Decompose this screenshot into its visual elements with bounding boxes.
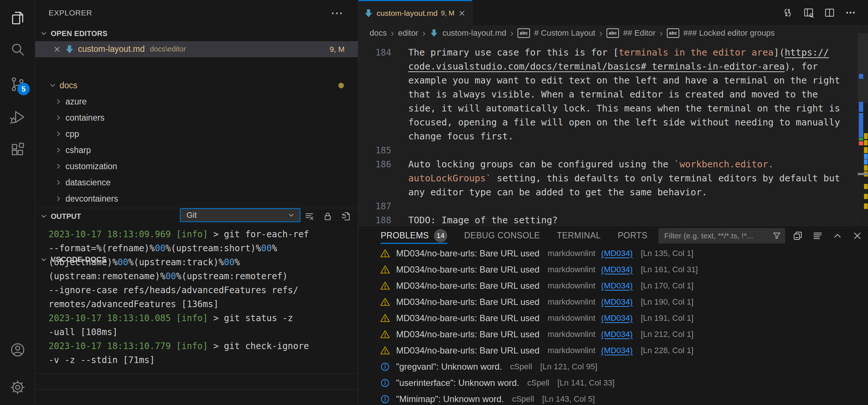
breadcrumb-item[interactable]: editor (398, 28, 418, 38)
problem-location: [Ln 191, Col 1] (641, 313, 693, 323)
tree-item-csharp[interactable]: csharp (35, 142, 358, 158)
run-debug-activity-button[interactable] (0, 104, 35, 130)
extensions-icon (10, 141, 26, 157)
breadcrumb: docs›editor› custom-layout.md› abc # Cus… (359, 25, 868, 41)
open-preview-icon[interactable] (803, 7, 814, 18)
output-log[interactable]: 2023-10-17 18:13:09.969 [info] > git for… (35, 224, 358, 374)
overview-ruler-mark (864, 133, 868, 139)
problem-message: "userinterface": Unknown word. (396, 378, 519, 388)
filter-icon[interactable] (772, 231, 782, 241)
tree-item-devcontainers[interactable]: devcontainers (35, 191, 358, 207)
breadcrumb-item[interactable]: docs (370, 28, 387, 38)
chevron-right-icon (54, 130, 63, 138)
overview-ruler-mark (859, 113, 863, 138)
overview-ruler-mark (859, 102, 863, 112)
scrollbar-slider[interactable] (858, 33, 868, 103)
problem-row[interactable]: MD034/no-bare-urls: Bare URL usedmarkdow… (359, 262, 868, 278)
panel-tab-ports[interactable]: PORTS (618, 226, 647, 245)
overview-ruler-mark (864, 194, 868, 199)
text-segment: https:// (785, 47, 829, 58)
open-editors-header[interactable]: OPEN EDITORS (35, 26, 358, 41)
problem-source: markdownlint (548, 313, 595, 323)
overview-ruler-mark (864, 154, 868, 159)
problem-row[interactable]: MD034/no-bare-urls: Bare URL usedmarkdow… (359, 278, 868, 294)
output-line: --ignore-case refs/heads/advancedFeature… (49, 283, 355, 297)
problem-code-link[interactable]: (MD034) (601, 313, 633, 323)
panel-tab-problems[interactable]: PROBLEMS 14 (381, 226, 447, 245)
tree-item-customization[interactable]: customization (35, 158, 358, 174)
problem-code-link[interactable]: (MD034) (601, 330, 633, 339)
code-text: change focus first. (408, 129, 513, 143)
text-segment: % (272, 243, 277, 253)
close-icon[interactable] (458, 9, 466, 17)
open-editor-item[interactable]: custom-layout.md docs\editor 9, M (35, 41, 358, 57)
problem-row[interactable]: MD034/no-bare-urls: Bare URL usedmarkdow… (359, 310, 868, 326)
problem-row[interactable]: MD034/no-bare-urls: Bare URL usedmarkdow… (359, 245, 868, 262)
panel-actions (792, 226, 863, 245)
tree-item-docs[interactable]: docs (35, 77, 358, 93)
code-line: 186Auto locking groups can be configured… (359, 157, 858, 171)
split-editor-icon[interactable] (824, 7, 835, 18)
breadcrumb-item[interactable]: custom-layout.md (442, 28, 506, 38)
problem-source: markdownlint (548, 249, 595, 258)
line-number: 188 (359, 213, 391, 225)
sidebar-title-row: EXPLORER ⋯ (35, 0, 358, 26)
close-icon[interactable] (53, 45, 61, 53)
problem-row[interactable]: MD034/no-bare-urls: Bare URL usedmarkdow… (359, 326, 868, 342)
breadcrumb-item[interactable]: ### Locked editor groups (683, 28, 775, 38)
search-activity-button[interactable] (0, 36, 35, 63)
lock-icon[interactable] (323, 211, 333, 221)
tree-item-cpp[interactable]: cpp (35, 126, 358, 142)
open-changes-icon[interactable] (782, 7, 793, 18)
clear-output-icon[interactable] (304, 211, 314, 221)
problem-code-link[interactable]: (MD034) (601, 281, 633, 291)
collapse-all-icon[interactable] (812, 230, 823, 241)
text-segment: -uall [108ms] (49, 327, 118, 337)
breadcrumb-item[interactable]: # Custom Layout (534, 28, 595, 38)
view-as-table-icon[interactable] (792, 230, 803, 241)
editor-content[interactable]: 184The primary use case for this is for … (359, 41, 858, 225)
extensions-activity-button[interactable] (0, 136, 35, 163)
text-segment: 00 (118, 257, 128, 267)
breadcrumb-item[interactable]: ## Editor (623, 28, 655, 38)
account-button[interactable] (0, 337, 35, 363)
problem-code-link[interactable]: (MD034) (601, 265, 633, 274)
output-channel-select[interactable]: Git (180, 208, 300, 222)
problem-code-link[interactable]: (MD034) (601, 297, 633, 307)
filter-input[interactable] (664, 231, 772, 241)
problem-row[interactable]: "Mimimap": Unknown word.cSpell [Ln 143, … (359, 391, 868, 405)
problem-code-link[interactable]: (MD034) (601, 346, 633, 355)
problem-row[interactable]: "userinterface": Unknown word.cSpell [Ln… (359, 375, 868, 391)
problem-code-link[interactable]: (MD034) (601, 249, 633, 258)
text-segment: (objectname)% (49, 257, 118, 267)
tab-custom-layout[interactable]: custom-layout.md 9, M (359, 0, 472, 25)
problem-message: MD034/no-bare-urls: Bare URL used (396, 248, 540, 259)
explorer-activity-button[interactable] (0, 5, 35, 31)
tree-item-datascience[interactable]: datascience (35, 174, 358, 191)
chevron-right-icon (54, 162, 63, 170)
chevron-down-icon[interactable] (40, 212, 48, 220)
panel-tab-terminal[interactable]: TERMINAL (557, 226, 601, 245)
tree-item-containers[interactable]: containers (35, 110, 358, 126)
tree-item-azure[interactable]: azure (35, 93, 358, 110)
editor-actions (782, 0, 868, 25)
close-panel-icon[interactable] (852, 230, 863, 241)
more-actions-icon[interactable] (845, 7, 856, 18)
problem-source: cSpell (527, 378, 549, 388)
timeline-section-header[interactable]: TIMELINE (35, 389, 358, 405)
problem-row[interactable]: MD034/no-bare-urls: Bare URL usedmarkdow… (359, 342, 868, 359)
problem-row[interactable]: "gregvanl": Unknown word.cSpell [Ln 121,… (359, 359, 868, 375)
maximize-panel-icon[interactable] (832, 230, 843, 241)
output-line: (upstream:remotename)%00%(upstream:remot… (49, 269, 355, 283)
open-log-file-icon[interactable] (341, 211, 351, 221)
overview-ruler-mark (864, 203, 868, 209)
text-segment: that is always visible. When a terminal … (408, 89, 818, 100)
code-line: example you may want to edit text on the… (359, 74, 858, 88)
problems-list: MD034/no-bare-urls: Bare URL usedmarkdow… (359, 245, 868, 405)
output-header: OUTPUT Git (35, 208, 358, 224)
settings-button[interactable] (0, 374, 35, 401)
source-control-activity-button[interactable]: 5 (0, 71, 35, 97)
panel-tab-debug-console[interactable]: DEBUG CONSOLE (464, 226, 540, 245)
problem-row[interactable]: MD034/no-bare-urls: Bare URL usedmarkdow… (359, 294, 868, 310)
chevron-right-icon (54, 114, 63, 122)
